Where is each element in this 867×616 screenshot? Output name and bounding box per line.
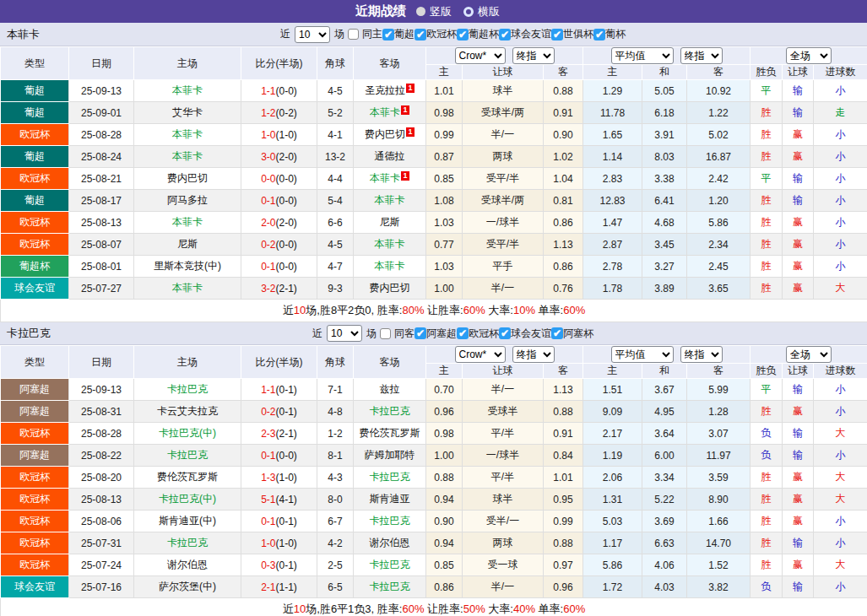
home-team-link[interactable]: 谢尔伯恩 [167,559,208,570]
match-count-select[interactable]: 10 [295,26,330,43]
away-team-link[interactable]: 本菲卡 [375,260,405,272]
home-team-link[interactable]: 本菲卡 [172,128,203,140]
league-type-cell: 葡超 [1,80,69,102]
away-team-link[interactable]: 费内巴切 [365,128,405,140]
league-checkbox[interactable]: ✔ [415,327,426,339]
home-team-link[interactable]: 阿马多拉 [167,194,208,206]
league-checkbox[interactable]: ✔ [382,29,394,41]
away-team-link[interactable]: 卡拉巴克 [370,405,410,417]
summary-text-run: 10% [513,304,535,316]
league-checkbox-label[interactable]: 世俱杯 [563,27,593,41]
league-checkbox-label[interactable]: 阿塞杯 [563,327,593,341]
scope-select[interactable]: 全场 [786,346,832,363]
asian-home-odds: 0.99 [426,124,463,146]
away-team-link[interactable]: 卡拉巴克 [370,515,410,527]
league-type-cell: 欧冠杯 [1,124,69,146]
home-team-link[interactable]: 费伦茨瓦罗斯 [157,471,218,483]
away-team-link[interactable]: 尼斯 [380,216,400,228]
radio-unselected-icon[interactable] [463,7,474,17]
home-team-link[interactable]: 艾华卡 [172,106,203,118]
league-checkbox-label[interactable]: 欧冠杯 [426,27,457,41]
league-checkbox[interactable]: ✔ [499,327,511,339]
score-cell: 1-1(0-0) [241,80,317,102]
radio-horizontal-label[interactable]: 横版 [478,4,500,19]
league-checkbox[interactable]: ✔ [457,327,469,339]
filter-suffix-label: 场 [334,27,344,41]
average-select[interactable]: 平均值 [611,346,674,363]
away-team-link[interactable]: 兹拉 [380,383,400,395]
league-checkbox-label[interactable]: 葡杯 [605,27,626,41]
same-venue-label[interactable]: 同主 [362,27,382,41]
europe-final-select[interactable]: 终指 [680,47,723,64]
handicap-final-select[interactable]: 终指 [512,346,555,363]
bookmaker-select[interactable]: Crow* [455,47,506,64]
goals-result-cell: 小 [814,80,867,102]
home-team-link[interactable]: 本菲卡 [172,216,203,228]
league-checkbox[interactable]: ✔ [551,29,563,41]
away-team-link[interactable]: 卡拉巴克 [370,559,410,570]
home-team-link[interactable]: 卡拉巴克(中) [159,427,216,439]
away-team-link[interactable]: 卡拉巴克 [370,581,410,592]
handicap-final-select[interactable]: 终指 [512,47,555,64]
layout-radio-horizontal[interactable]: 横版 [463,4,500,19]
home-team-link[interactable]: 本菲卡 [172,282,203,294]
league-checkbox-label[interactable]: 葡超杯 [469,27,499,41]
home-team-link[interactable]: 里斯本竞技(中) [154,260,221,272]
match-count-select[interactable]: 10 [327,325,362,342]
away-team-link[interactable]: 本菲卡 [375,238,405,250]
asian-home-odds: 0.88 [426,467,463,489]
league-checkbox[interactable]: ✔ [499,29,511,41]
same-venue-checkbox[interactable] [348,29,359,40]
league-checkbox-label[interactable]: 球会友谊 [511,27,551,41]
result-cell: 胜 [750,234,783,256]
league-checkbox[interactable]: ✔ [593,29,605,41]
asian-handicap: 受球半/两 [463,190,544,212]
away-team-link[interactable]: 通德拉 [375,150,405,162]
away-team-link[interactable]: 费内巴切 [370,282,410,294]
away-team-link[interactable]: 圣克拉拉 [365,84,405,96]
home-team-link[interactable]: 卡拉巴克 [167,537,208,548]
home-team-link[interactable]: 尼斯 [177,238,198,250]
home-team-link[interactable]: 卡拉巴克 [167,449,208,461]
sub-header-2: 客 [544,364,583,379]
radio-vertical-label[interactable]: 竖版 [430,4,452,19]
away-team-link[interactable]: 卡拉巴克 [370,471,410,483]
score-cell: 0-1(0-0) [241,256,317,278]
home-team-link[interactable]: 本菲卡 [172,150,203,162]
home-team-link[interactable]: 卡拉巴克(中) [159,493,216,505]
away-team-link[interactable]: 本菲卡 [375,194,405,206]
corners-cell: 6-7 [317,511,354,532]
same-venue-checkbox[interactable] [380,328,391,339]
same-venue-label[interactable]: 同客 [394,327,415,341]
home-team-link[interactable]: 本菲卡 [172,84,203,96]
away-team-link[interactable]: 本菲卡 [370,106,400,118]
europe-final-select[interactable]: 终指 [680,346,723,363]
away-team-link[interactable]: 谢尔伯恩 [370,537,410,548]
asian-home-odds: 0.70 [426,379,463,401]
score-cell: 2-0(2-0) [241,212,317,234]
result-cell: 胜 [750,401,783,423]
asian-home-odds: 0.98 [426,102,463,124]
league-checkbox-label[interactable]: 葡超 [394,27,415,41]
layout-radio-vertical[interactable]: 竖版 [416,4,452,19]
asian-handicap: 半/一 [463,278,544,300]
home-team-link[interactable]: 卡云艾夫拉克 [157,405,218,417]
away-team-link[interactable]: 萨姆加耶特 [365,449,415,461]
league-checkbox[interactable]: ✔ [551,327,563,339]
league-checkbox-label[interactable]: 欧冠杯 [469,327,499,341]
league-checkbox-label[interactable]: 球会友谊 [511,327,551,341]
home-team-link[interactable]: 萨尔茨堡(中) [159,581,216,592]
bookmaker-select[interactable]: Crow* [455,346,506,363]
scope-select[interactable]: 全场 [786,47,832,64]
away-team-link[interactable]: 斯肯迪亚 [370,493,410,505]
home-team-link[interactable]: 费内巴切 [167,172,208,184]
away-team-link[interactable]: 本菲卡 [370,172,400,184]
league-checkbox-label[interactable]: 阿塞超 [426,327,457,341]
away-team-link[interactable]: 费伦茨瓦罗斯 [360,427,420,439]
league-checkbox[interactable]: ✔ [415,29,426,41]
average-select[interactable]: 平均值 [611,47,674,64]
home-team-link[interactable]: 卡拉巴克 [167,383,208,395]
league-checkbox[interactable]: ✔ [457,29,469,41]
home-team-link[interactable]: 斯肯迪亚(中) [159,515,216,527]
radio-selected-icon[interactable] [416,7,425,16]
